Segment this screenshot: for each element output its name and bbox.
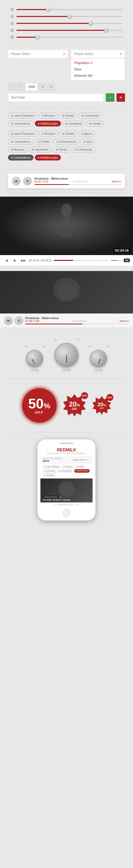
phone-tag-walkthroughs[interactable]: ● Walkthroughs [74,469,90,473]
tag-reviews-3[interactable]: ● Reviews [8,147,27,153]
slider-thumb-5[interactable] [36,35,40,39]
slider-track-5[interactable] [17,37,122,38]
badge-small-corner: 20% [106,394,113,401]
audio-progress-bar[interactable] [34,184,121,185]
select-box-1[interactable]: Please Select ✕ [8,50,68,58]
slider-track-3[interactable] [17,23,122,24]
tag-cheats-5[interactable]: ● Cheats [53,147,71,153]
tag-cheats-1[interactable]: ● Cheats [60,113,77,119]
number-controls: - - 1993 + + [8,83,55,91]
sm-track-time: 51:36 / 1:04 [25,320,39,322]
phone-speaker [60,443,73,444]
tag-community-1[interactable]: ● Community [78,113,102,119]
phone-tag-cheats[interactable]: ● Cheats [74,465,85,468]
phone-tag-community[interactable]: ● Community [43,469,57,473]
sm-play-button[interactable]: ⏸ [15,316,23,325]
sm-track-title: Pendulum - Watercolour [25,316,129,320]
phone-header: REDMILK FREE USER INTERFACE ELEMENTS [41,446,92,456]
knob-1[interactable] [26,350,43,367]
knob-min-2: -50 [53,338,57,341]
badge-medium-number: 20% [69,401,80,408]
video-player-small: ⏮ ⏸ Pendulum - Watercolour 51:36 / 1:04 … [0,271,133,327]
knob-max-3: 50 [106,345,109,348]
tag-reviews-2[interactable]: ● Reviews [39,131,58,136]
knob-2[interactable] [55,343,78,367]
next-button[interactable]: ▶▶ [20,257,27,264]
audio-player: ⏮ ⏸ Pendulum - Watercolour 02:36 / 4:22 … [8,174,125,188]
dropdown-item-nintendo[interactable]: Nintendo Wii [71,72,125,79]
slider-track-4[interactable] [17,30,122,31]
num-minus-btn-2[interactable]: - [17,83,24,91]
cross-button[interactable]: ✕ [116,93,125,102]
tag-competitions-1[interactable]: ● Competitions [8,121,33,126]
slider-thumb-3[interactable] [88,21,93,26]
dropdown-item-ps3[interactable]: Playstation 3 [71,60,125,66]
knob-max-1: 50 [43,345,45,348]
num-plus-btn[interactable]: + [39,83,46,91]
knob-container-2: -50 50 TITLE [53,338,80,372]
tag-competitions-2[interactable]: ● Competitions [8,139,33,145]
slider-fill-1 [17,9,48,10]
phone-tag-competitions[interactable]: ● Competitions [58,469,73,473]
dropdown-item-xbox[interactable]: Xbox [71,66,125,72]
phone-logo-text: REDMILK [57,448,76,452]
volume-control[interactable] [111,260,122,261]
phone-device-value: XBOX [43,460,62,462]
slider-row-4 [11,29,122,32]
repeat-button[interactable]: REPEAT [112,180,121,183]
sm-shuffle-label: 47 SHUFFLE [72,320,87,322]
tag-cheats-3[interactable]: ● Cheats [60,131,77,136]
tag-reviews-1[interactable]: ● Reviews [39,113,58,119]
tag-latest-releases-1[interactable]: ● Latest Releases [8,113,37,119]
phone-tag-classifieds[interactable]: ● Classifieds [43,473,56,477]
tag-classifieds-2[interactable]: ● Classifieds [29,147,51,153]
sm-prev-button[interactable]: ⏮ [4,316,12,325]
tag-community-2[interactable]: ● Community [72,147,95,153]
tags-row-4: ● Competitions ● Cheats ● Competitions ●… [8,139,125,145]
slider-thumb-4[interactable] [104,28,109,32]
tag-cheats-4[interactable]: ● Cheats [35,139,53,145]
phone-logo: REDMILK [43,448,90,453]
tag-walkthroughs-1[interactable]: ● Walkthroughs [35,121,61,126]
pause-button[interactable]: ⏮ [12,177,21,185]
tag-walkthroughs-2[interactable]: ● Walkthroughs [35,155,61,160]
phone-tag-latest[interactable]: ● Latest Releases [43,465,61,468]
tag-cheats-2[interactable]: ● Cheats [86,121,104,126]
play-button[interactable]: ▶ [12,257,18,264]
select-box-2[interactable]: Please Select ✕ [71,50,125,58]
tag-bacon[interactable]: ● Bacon [78,131,95,136]
track-info: Pendulum - Watercolour 02:36 / 4:22 47 S… [34,177,121,185]
tag-latest-releases-2[interactable]: ● Latest Releases [8,131,37,136]
tag-competitions-4[interactable]: ● Competitions [8,155,33,160]
phone-review-title: The Elder Scrolls V: Skyrim [43,499,70,501]
slider-track-1[interactable] [17,9,122,10]
num-minus-btn[interactable]: - [8,83,16,91]
phone-change-device-button[interactable]: Change Device ✕ [70,458,90,462]
check-button[interactable]: ✓ [106,93,114,102]
phone-home-button[interactable] [62,509,71,517]
prev-button[interactable]: ◀ [3,257,9,264]
svg-point-7 [58,481,75,497]
slider-thumb-2[interactable] [67,14,72,19]
tags-section: ● Latest Releases ● Reviews ● Cheats ● C… [0,110,133,168]
phone-tag-reviews[interactable]: ● Reviews [61,465,73,468]
phone-selected-device-label: SELECTED DEVICE [43,457,62,460]
knob-label-3: TITLE [94,369,103,372]
badge-small-number: 20% [97,402,106,407]
tag-quit[interactable]: ● Quit [81,139,95,145]
badge-medium-corner: 20% [81,392,88,399]
phone-device-label-area: SELECTED DEVICE XBOX [43,457,62,462]
tag-competitions-3[interactable]: ● Competitions [54,139,79,145]
slider-thumb-1[interactable] [46,7,50,12]
knob-3[interactable] [90,350,107,367]
text-field-input[interactable] [8,93,104,102]
time-display: 02:34:16 / 04:29:15 [29,259,52,262]
video-progress-bar[interactable] [54,260,109,261]
tag-classifieds-1[interactable]: ● Classifieds [62,121,85,126]
sm-progress-bar[interactable] [25,323,129,324]
num-plus-btn-2[interactable]: + [48,83,55,91]
track-time: 02:36 / 4:22 [34,180,48,183]
slider-track-2[interactable] [17,16,122,17]
play-pause-button[interactable]: ⏸ [23,177,32,185]
sm-repeat-button[interactable]: REPEAT [120,320,129,322]
